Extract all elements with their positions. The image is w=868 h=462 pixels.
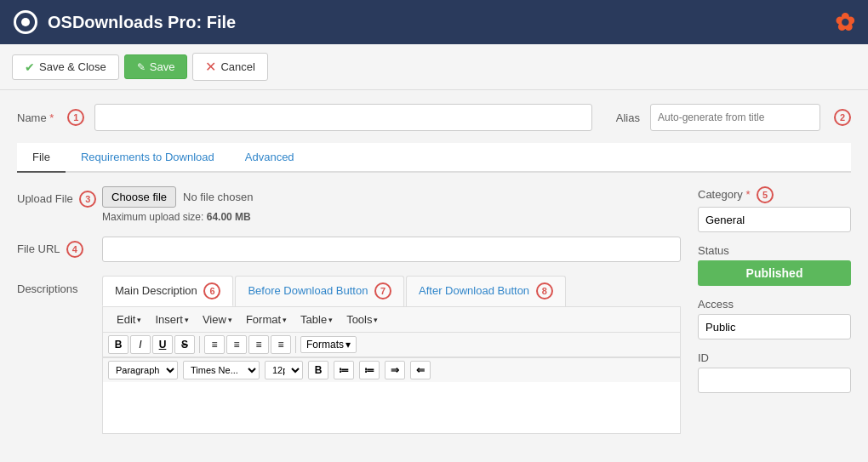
menu-insert[interactable]: Insert ▾ bbox=[148, 311, 196, 328]
url-input[interactable] bbox=[102, 237, 681, 262]
status-button[interactable]: Published bbox=[698, 260, 851, 286]
list-button-2[interactable]: ≔ bbox=[359, 361, 380, 379]
list-button[interactable]: ≔ bbox=[334, 361, 354, 379]
italic-button[interactable]: I bbox=[130, 335, 151, 354]
descriptions-content: Main Description 6 Before Download Butto… bbox=[102, 276, 681, 434]
menu-format[interactable]: Format ▾ bbox=[239, 311, 294, 328]
underline-button[interactable]: U bbox=[152, 335, 173, 354]
editor-toolbar-1: B I U S ≡ ≡ ≡ ≡ Formats bbox=[103, 333, 680, 357]
category-field: Category * 5 bbox=[698, 186, 851, 232]
url-badge: 4 bbox=[66, 241, 83, 258]
bold-button-2[interactable]: B bbox=[308, 361, 328, 379]
save-button[interactable]: ✎ Save bbox=[124, 54, 188, 79]
desc-before-badge: 7 bbox=[374, 282, 391, 299]
strikethrough-button[interactable]: S bbox=[174, 335, 195, 354]
toolbar-sep-1 bbox=[199, 336, 200, 353]
menu-table[interactable]: Table ▾ bbox=[294, 311, 340, 328]
name-required: * bbox=[49, 111, 54, 124]
right-panel: Category * 5 Status Published Access ID bbox=[698, 186, 851, 448]
descriptions-label: Descriptions bbox=[17, 276, 102, 295]
access-label: Access bbox=[698, 298, 851, 311]
tab-requirements[interactable]: Requirements to Download bbox=[66, 143, 230, 173]
url-label: File URL 4 bbox=[17, 237, 102, 258]
desc-main-badge: 6 bbox=[203, 282, 220, 299]
outdent-button[interactable]: ⇐ bbox=[410, 361, 431, 379]
save-close-button[interactable]: ✔ Save & Close bbox=[12, 54, 119, 80]
paragraph-select[interactable]: Paragraph bbox=[108, 361, 178, 379]
left-panel: Upload File 3 Choose file No file chosen… bbox=[17, 186, 681, 448]
align-right-button[interactable]: ≡ bbox=[248, 335, 269, 354]
name-input[interactable] bbox=[94, 104, 591, 131]
insert-arrow: ▾ bbox=[185, 316, 189, 324]
editor-menubar: Edit ▾ Insert ▾ View ▾ bbox=[103, 307, 680, 333]
name-alias-row: Name * 1 Alias 2 bbox=[17, 104, 851, 131]
main-tabs: File Requirements to Download Advanced bbox=[17, 143, 851, 173]
menu-view[interactable]: View ▾ bbox=[196, 311, 239, 328]
toolbar-sep-2 bbox=[295, 336, 296, 353]
app-icon bbox=[14, 10, 37, 34]
no-file-text: No file chosen bbox=[183, 191, 253, 203]
align-center-button[interactable]: ≡ bbox=[226, 335, 247, 354]
desc-tab-before[interactable]: Before Download Button 7 bbox=[235, 276, 404, 306]
alias-input[interactable] bbox=[650, 104, 820, 131]
content-area: Name * 1 Alias 2 File Requirements to Do… bbox=[0, 90, 868, 461]
app-icon-dot bbox=[21, 18, 30, 26]
access-field: Access bbox=[698, 298, 851, 339]
status-label: Status bbox=[698, 244, 851, 257]
descriptions-row: Descriptions Main Description 6 Before D… bbox=[17, 276, 681, 434]
tools-arrow: ▾ bbox=[374, 316, 378, 324]
align-justify-button[interactable]: ≡ bbox=[271, 335, 291, 354]
x-icon: ✕ bbox=[205, 59, 216, 75]
alias-badge: 2 bbox=[834, 109, 851, 126]
id-input[interactable] bbox=[698, 368, 851, 393]
upload-file-row: Choose file No file chosen bbox=[102, 186, 681, 208]
app-header: OSDownloads Pro: File ✿ bbox=[0, 0, 868, 44]
main-layout: Upload File 3 Choose file No file chosen… bbox=[17, 186, 851, 448]
upload-content: Choose file No file chosen Maximum uploa… bbox=[102, 186, 681, 223]
joomla-logo: ✿ bbox=[835, 9, 854, 37]
alias-label: Alias bbox=[616, 111, 640, 124]
menu-tools[interactable]: Tools ▾ bbox=[340, 311, 385, 328]
category-input[interactable] bbox=[698, 207, 851, 232]
id-label: ID bbox=[698, 351, 851, 364]
formats-button[interactable]: Formats ▾ bbox=[300, 336, 357, 353]
align-left-button[interactable]: ≡ bbox=[204, 335, 225, 354]
edit-icon: ✎ bbox=[137, 61, 146, 73]
edit-arrow: ▾ bbox=[137, 316, 141, 324]
size-select[interactable]: 12pt bbox=[265, 361, 303, 379]
desc-tab-main[interactable]: Main Description 6 bbox=[102, 276, 233, 306]
bold-button[interactable]: B bbox=[108, 335, 128, 354]
format-arrow: ▾ bbox=[283, 316, 287, 324]
name-badge: 1 bbox=[67, 109, 84, 126]
desc-after-badge: 8 bbox=[536, 282, 553, 299]
upload-badge: 3 bbox=[79, 191, 96, 208]
upload-label: Upload File 3 bbox=[17, 186, 102, 208]
choose-file-button[interactable]: Choose file bbox=[102, 186, 176, 208]
desc-tabs: Main Description 6 Before Download Butto… bbox=[102, 276, 681, 307]
category-label: Category * 5 bbox=[698, 186, 851, 203]
access-input[interactable] bbox=[698, 314, 851, 339]
menu-edit[interactable]: Edit ▾ bbox=[110, 311, 148, 328]
status-field: Status Published bbox=[698, 244, 851, 286]
upload-row: Upload File 3 Choose file No file chosen… bbox=[17, 186, 681, 223]
tab-file[interactable]: File bbox=[17, 143, 66, 173]
save-close-label: Save & Close bbox=[39, 60, 106, 73]
table-arrow: ▾ bbox=[328, 316, 333, 324]
indent-button[interactable]: ⇒ bbox=[385, 361, 405, 379]
editor-container: Edit ▾ Insert ▾ View ▾ bbox=[102, 307, 681, 434]
toolbar: ✔ Save & Close ✎ Save ✕ Cancel bbox=[0, 44, 868, 90]
check-icon: ✔ bbox=[25, 60, 35, 74]
view-arrow: ▾ bbox=[228, 316, 232, 324]
cancel-button[interactable]: ✕ Cancel bbox=[192, 53, 267, 81]
tab-advanced[interactable]: Advanced bbox=[230, 143, 310, 173]
url-content bbox=[102, 237, 681, 262]
page-title: OSDownloads Pro: File bbox=[48, 13, 835, 32]
name-label: Name * bbox=[17, 111, 54, 124]
id-field: ID bbox=[698, 351, 851, 393]
desc-tab-after[interactable]: After Download Button 8 bbox=[406, 276, 566, 306]
editor-body[interactable] bbox=[103, 382, 680, 433]
editor-toolbar-2: Paragraph Times Ne... 12pt B ≔ ≔ ⇒ bbox=[103, 357, 680, 382]
upload-size-info: Maximum upload size: 64.00 MB bbox=[102, 211, 681, 223]
category-badge: 5 bbox=[757, 186, 774, 203]
font-select[interactable]: Times Ne... bbox=[183, 361, 260, 379]
